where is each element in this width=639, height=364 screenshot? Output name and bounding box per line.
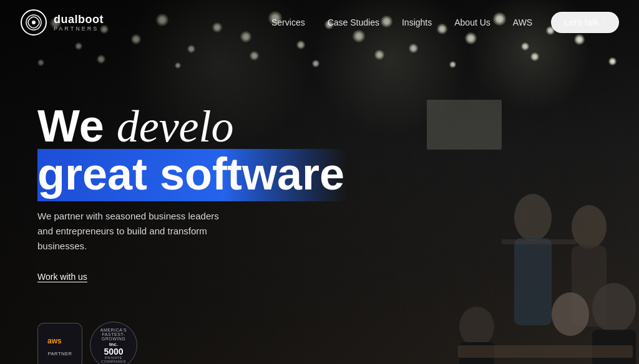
svg-point-7 — [459, 307, 494, 347]
badges-section: aws PARTNER AMERICA'S FASTEST-GROWING In… — [37, 322, 347, 364]
nav-services[interactable]: Services — [263, 14, 314, 31]
inc5000-badge: AMERICA'S FASTEST-GROWING Inc. 5000 PRIV… — [90, 322, 137, 364]
nav-aws[interactable]: AWS — [504, 14, 541, 31]
nav-about-us[interactable]: About Us — [446, 14, 499, 31]
logo-sub-text: PARTNERS — [54, 26, 104, 32]
svg-point-2 — [514, 194, 552, 241]
nav-links: Services Case Studies Insights About Us … — [263, 12, 619, 33]
logo-text: dualboot PARTNERS — [54, 14, 104, 32]
svg-rect-10 — [502, 239, 577, 244]
headline-prefix: We — [37, 101, 117, 151]
hero-content: We develo great software We partner with… — [37, 103, 347, 364]
work-with-us-link[interactable]: Work with us — [37, 272, 87, 282]
lets-talk-button[interactable]: Let's talk ↓ — [551, 12, 619, 33]
hero-section: dualboot PARTNERS Services Case Studies … — [0, 0, 639, 364]
navbar: dualboot PARTNERS Services Case Studies … — [0, 0, 639, 45]
inc-america-text: AMERICA'S FASTEST-GROWING — [95, 328, 132, 341]
svg-rect-3 — [514, 238, 552, 325]
svg-point-6 — [552, 292, 589, 336]
nav-case-studies[interactable]: Case Studies — [319, 14, 388, 31]
dualboot-logo-icon — [20, 9, 47, 36]
lets-talk-label: Let's talk — [564, 17, 598, 27]
svg-point-0 — [572, 205, 607, 249]
inc-private-text: PRIVATE COMPANIES — [95, 356, 132, 363]
aws-partner-label: PARTNER — [48, 351, 72, 357]
logo-area: dualboot PARTNERS — [20, 9, 104, 36]
hero-headline: We develo great software — [37, 103, 347, 198]
aws-partner-badge: aws PARTNER — [37, 323, 82, 364]
inc-5000-text: 5000 — [104, 347, 123, 356]
headline-italic: develo — [117, 102, 234, 151]
svg-point-4 — [592, 283, 636, 333]
logo-main-text: dualboot — [54, 14, 104, 25]
headline-main: great software — [37, 149, 347, 201]
svg-rect-9 — [458, 345, 633, 358]
hero-subtext: We partner with seasoned business leader… — [37, 209, 231, 254]
aws-logo-svg: aws — [47, 335, 72, 350]
arrow-down-icon: ↓ — [602, 18, 606, 27]
nav-insights[interactable]: Insights — [393, 14, 441, 31]
svg-text:aws: aws — [47, 337, 62, 345]
svg-point-13 — [32, 21, 36, 24]
